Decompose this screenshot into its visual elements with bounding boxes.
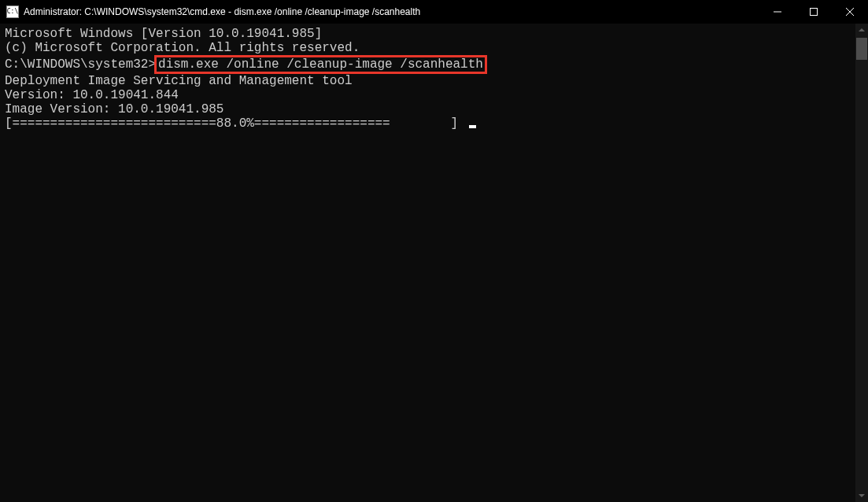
output-line: Image Version: 10.0.19041.985 (5, 102, 851, 116)
output-line: (c) Microsoft Corporation. All rights re… (5, 41, 851, 55)
cmd-window: C:\ Administrator: C:\WINDOWS\system32\c… (0, 0, 868, 502)
maximize-icon (810, 8, 818, 16)
titlebar[interactable]: C:\ Administrator: C:\WINDOWS\system32\c… (0, 0, 868, 24)
progress-line: [===========================88.0%=======… (5, 116, 851, 131)
scrollbar[interactable] (855, 24, 868, 502)
minimize-button[interactable] (759, 0, 796, 24)
svg-rect-1 (811, 9, 818, 16)
window-controls (759, 0, 868, 24)
command-text: dism.exe /online /cleanup-image /scanhea… (158, 57, 483, 72)
prompt-line: C:\WINDOWS\system32>dism.exe /online /cl… (5, 55, 851, 74)
cmd-icon: C:\ (6, 6, 19, 18)
scrollbar-down-button[interactable] (855, 489, 868, 502)
close-icon (846, 8, 854, 16)
output-line: Microsoft Windows [Version 10.0.19041.98… (5, 27, 851, 41)
cursor (469, 125, 476, 128)
prompt-prefix: C:\WINDOWS\system32> (5, 57, 156, 72)
command-highlight: dism.exe /online /cleanup-image /scanhea… (154, 55, 487, 74)
svg-marker-5 (859, 494, 865, 497)
svg-marker-4 (859, 28, 865, 31)
progress-bar-text: [===========================88.0%=======… (5, 116, 466, 131)
cmd-icon-text: C:\ (7, 9, 18, 15)
maximize-button[interactable] (796, 0, 832, 24)
minimize-icon (774, 8, 781, 16)
chevron-up-icon (859, 28, 865, 31)
chevron-down-icon (859, 494, 865, 497)
terminal-output[interactable]: Microsoft Windows [Version 10.0.19041.98… (0, 24, 855, 502)
output-line: Version: 10.0.19041.844 (5, 88, 851, 102)
close-button[interactable] (832, 0, 868, 24)
scrollbar-thumb[interactable] (856, 38, 867, 60)
scrollbar-up-button[interactable] (855, 24, 868, 36)
window-title: Administrator: C:\WINDOWS\system32\cmd.e… (24, 6, 759, 17)
output-line: Deployment Image Servicing and Managemen… (5, 74, 851, 88)
